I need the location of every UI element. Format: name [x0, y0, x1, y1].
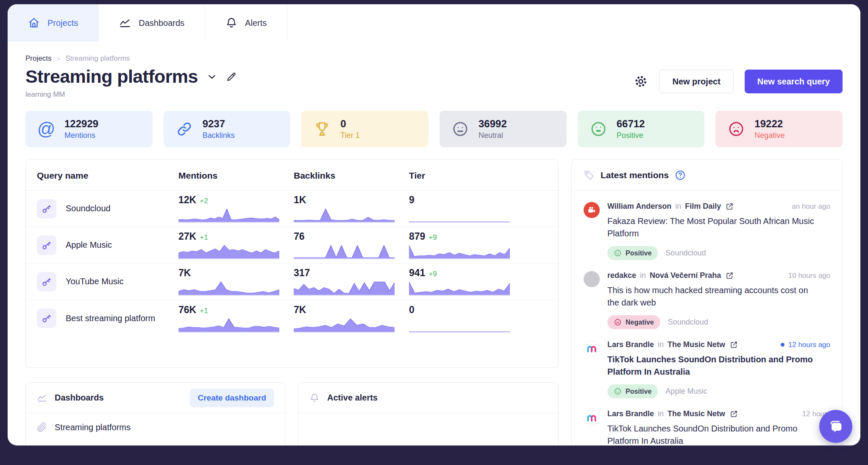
stat-card-positive[interactable]: 66712 Positive [578, 111, 705, 147]
backlinks-value: 76 [294, 231, 305, 242]
nav-tab-projects[interactable]: Projects [8, 4, 99, 42]
stat-card-negative[interactable]: 19222 Negative [715, 111, 843, 147]
mention-timestamp: 10 hours ago [783, 272, 830, 280]
mention-source[interactable]: The Music Netw [668, 409, 725, 418]
external-link-icon[interactable] [730, 410, 738, 418]
top-navbar: Projects Dashboards Alerts [8, 4, 860, 42]
mentions-value: 76K [178, 304, 196, 316]
mention-title: Fakaza Review: The Most Popular South Af… [607, 215, 819, 240]
stat-value: 36992 [479, 118, 507, 130]
stat-value: 66712 [617, 118, 645, 130]
mention-query: Apple Music [665, 387, 707, 396]
stat-value: 9237 [203, 118, 235, 130]
key-icon [37, 199, 56, 218]
backlinks-sparkline [294, 207, 395, 223]
dashboard-item[interactable]: Streaming platforms [26, 413, 285, 441]
key-icon [37, 235, 56, 255]
query-name: Apple Music [66, 240, 112, 250]
tier-sparkline [409, 244, 510, 259]
column-header-query-name: Query name [37, 171, 178, 181]
bell-icon [309, 393, 320, 403]
key-icon [37, 272, 56, 291]
mention-in: in [658, 340, 664, 349]
happy-face-icon [614, 249, 622, 257]
sentiment-badge: Negative [607, 315, 660, 329]
trophy-icon [312, 120, 332, 137]
stat-label: Neutral [479, 131, 507, 140]
help-icon[interactable] [675, 170, 686, 181]
bell-icon [225, 17, 237, 29]
active-alerts-title: Active alerts [327, 393, 378, 403]
queries-table-header: Query name Mentions Backlinks Tier [26, 160, 558, 190]
mentions-sparkline [178, 317, 279, 333]
gear-icon[interactable] [634, 74, 648, 89]
mentions-sparkline [178, 244, 279, 259]
query-name: Best streaming platform [66, 314, 155, 323]
latest-mentions-title: Latest mentions [601, 170, 669, 180]
breadcrumb-separator: > [56, 55, 60, 62]
column-header-backlinks: Backlinks [294, 171, 409, 181]
table-row[interactable]: Soundcloud 12K +2 1K [26, 190, 558, 227]
tier-sparkline [409, 317, 510, 333]
stat-card-backlinks[interactable]: 9237 Backlinks [164, 111, 291, 147]
key-icon [37, 308, 56, 328]
dashboards-icon [119, 17, 131, 29]
mention-author: William Anderson [607, 202, 671, 211]
edit-pencil-icon[interactable] [226, 71, 237, 82]
mentions-sparkline [178, 280, 279, 296]
external-link-icon[interactable] [726, 202, 734, 210]
table-row[interactable]: YouTube Music 7K 317 [26, 263, 558, 300]
dashboards-panel: Dashboards Create dashboard Streaming pl… [25, 382, 285, 445]
latest-mentions-panel: Latest mentions [571, 159, 843, 445]
mention-source[interactable]: The Music Netw [668, 340, 725, 349]
mention-title: TikTok Launches SoundOn Distribution and… [607, 353, 819, 378]
dashboard-item[interactable]: Prowly [26, 441, 285, 445]
at-icon: @ [36, 120, 56, 138]
stat-card-mentions[interactable]: @ 122929 Mentions [25, 111, 153, 147]
unread-dot-icon [781, 343, 785, 347]
tier-value: 941 [409, 267, 425, 279]
chevron-down-icon[interactable] [206, 71, 217, 82]
table-row[interactable]: Best streaming platform 76K +1 7K [26, 300, 558, 336]
stat-label: Backlinks [203, 131, 235, 140]
music-network-logo [586, 343, 597, 354]
chat-bubble-icon [827, 418, 844, 435]
nav-tab-dashboards[interactable]: Dashboards [99, 4, 205, 42]
create-dashboard-button[interactable]: Create dashboard [190, 389, 274, 407]
mention-author: Lars Brandle [607, 340, 654, 349]
stats-row: @ 122929 Mentions 9237 Backlinks [25, 111, 843, 147]
table-row[interactable]: Apple Music 27K +1 76 [26, 227, 558, 263]
external-link-icon[interactable] [730, 341, 738, 349]
chat-widget-button[interactable] [819, 410, 852, 443]
sentiment-badge: Positive [607, 384, 658, 398]
backlinks-value: 1K [294, 194, 306, 206]
mention-source[interactable]: Film Daily [685, 202, 721, 211]
mention-item[interactable]: Lars Brandle in The Music Netw 12 hours [572, 398, 842, 445]
nav-tab-label: Alerts [245, 18, 267, 28]
stat-value: 122929 [64, 118, 98, 130]
mentions-delta: +1 [200, 233, 208, 242]
mention-item[interactable]: redakce in Nová Večerní Praha 10 hours a [572, 260, 842, 329]
stat-card-neutral[interactable]: 36992 Neutral [440, 111, 567, 147]
tier-sparkline [409, 207, 510, 223]
mentions-value: 12K [178, 194, 196, 206]
nav-tab-alerts[interactable]: Alerts [205, 4, 287, 42]
mentions-delta: +1 [200, 307, 208, 315]
breadcrumb-projects[interactable]: Projects [25, 54, 51, 63]
mention-author: redakce [607, 271, 636, 280]
happy-face-icon [589, 120, 608, 137]
mention-author: Lars Brandle [607, 409, 654, 418]
external-link-icon[interactable] [726, 272, 734, 280]
breadcrumb-current: Streaming platforms [65, 54, 130, 63]
music-network-logo [586, 412, 597, 423]
tag-icon [584, 170, 595, 181]
new-search-query-button[interactable]: New search query [745, 70, 843, 93]
stat-card-tier1[interactable]: 0 Tier 1 [301, 111, 428, 147]
mention-item[interactable]: Lars Brandle in The Music Netw [572, 329, 842, 398]
mention-source[interactable]: Nová Večerní Praha [650, 271, 721, 280]
dashboards-icon [37, 393, 47, 403]
new-project-button[interactable]: New project [659, 70, 733, 93]
dashboard-item-label: Streaming platforms [55, 423, 131, 432]
tier-sparkline [409, 280, 510, 296]
mention-item[interactable]: William Anderson in Film Daily an hour a [572, 191, 842, 260]
